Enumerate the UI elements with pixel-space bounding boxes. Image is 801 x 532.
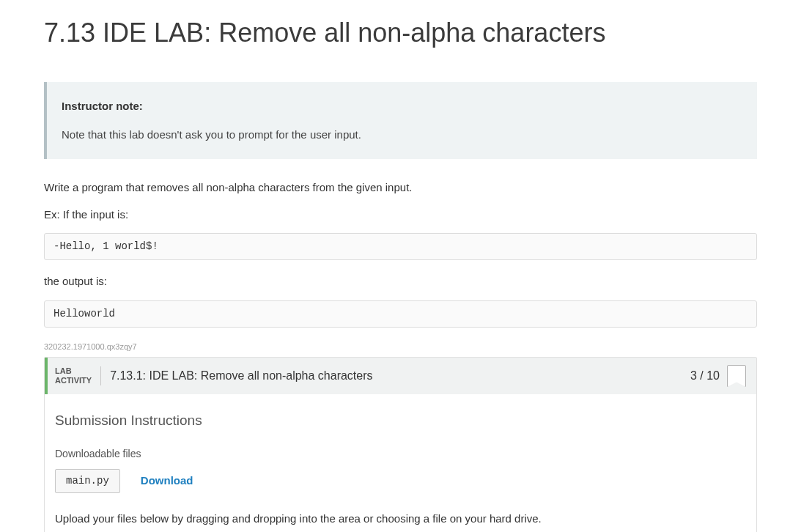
instruction-line-1: Write a program that removes all non-alp… xyxy=(44,180,757,196)
upload-instructions: Upload your files below by dragging and … xyxy=(55,511,746,528)
instruction-line-3: the output is: xyxy=(44,273,757,290)
download-row: main.py Download xyxy=(55,469,746,493)
lab-activity-tag: LAB ACTIVITY xyxy=(55,366,101,385)
bookmark-icon[interactable] xyxy=(727,365,746,387)
instruction-line-2: Ex: If the input is: xyxy=(44,207,757,223)
example-input-code: -Hello, 1 world$! xyxy=(44,233,757,260)
file-chip: main.py xyxy=(55,469,120,493)
lab-activity-card: LAB ACTIVITY 7.13.1: IDE LAB: Remove all… xyxy=(44,357,757,532)
submission-heading: Submission Instructions xyxy=(55,410,746,432)
lab-tag-line2: ACTIVITY xyxy=(55,376,92,385)
instructor-note-heading: Instructor note: xyxy=(62,98,742,115)
lab-activity-score: 3 / 10 xyxy=(690,367,720,385)
lab-tag-line1: LAB xyxy=(55,366,92,376)
instructor-note-body: Note that this lab doesn't ask you to pr… xyxy=(62,127,742,144)
page-title: 7.13 IDE LAB: Remove all non-alpha chara… xyxy=(44,13,757,53)
example-output-code: Helloworld xyxy=(44,300,757,328)
downloadable-files-label: Downloadable files xyxy=(55,446,746,462)
lab-activity-header: LAB ACTIVITY 7.13.1: IDE LAB: Remove all… xyxy=(45,358,756,394)
instructor-note-box: Instructor note: Note that this lab does… xyxy=(44,82,757,159)
lab-activity-title: 7.13.1: IDE LAB: Remove all non-alpha ch… xyxy=(101,367,690,385)
download-link[interactable]: Download xyxy=(141,473,193,489)
reference-id: 320232.1971000.qx3zqy7 xyxy=(44,341,757,353)
lab-body: Submission Instructions Downloadable fil… xyxy=(45,394,756,532)
